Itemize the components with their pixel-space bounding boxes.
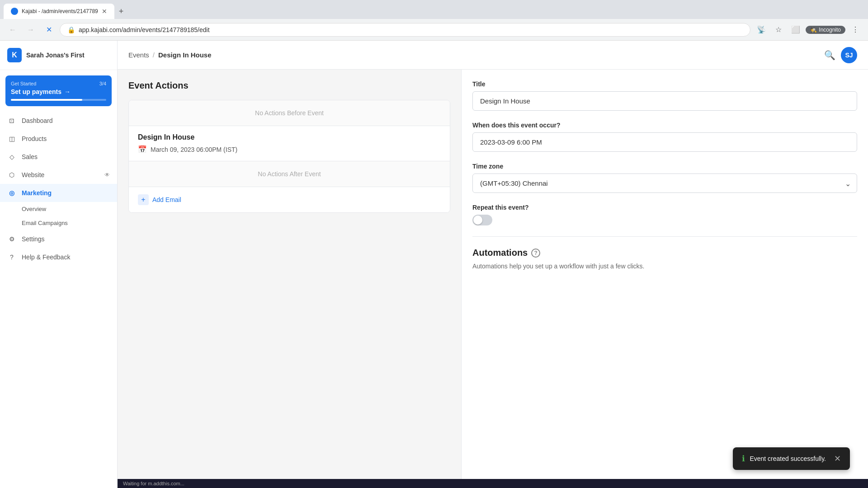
sidebar-item-settings[interactable]: ⚙ Settings (0, 230, 117, 248)
event-time: 📅 March 09, 2023 06:00PM (IST) (138, 145, 441, 154)
toast-info-icon: ℹ (742, 454, 745, 464)
sidebar-item-label: Help & Feedback (22, 253, 110, 261)
repeat-label: Repeat this event? (472, 204, 857, 211)
sidebar-icon[interactable]: ⬜ (788, 23, 803, 37)
main-header: Events / Design In House 🔍 SJ (118, 41, 868, 70)
breadcrumb-events-link[interactable]: Events (128, 51, 149, 59)
lock-icon: 🔒 (67, 26, 75, 33)
avatar-button[interactable]: SJ (841, 47, 857, 63)
event-row: Design In House 📅 March 09, 2023 06:00PM… (129, 126, 450, 161)
sidebar-item-email-campaigns[interactable]: Email Campaigns (0, 216, 117, 230)
toast-notification: ℹ Event created successfully. ✕ (733, 447, 850, 470)
no-actions-before: No Actions Before Event (129, 100, 450, 126)
toast-message: Event created successfully. (750, 455, 826, 462)
status-bar: Waiting for m.addthis.com... (118, 479, 868, 488)
get-started-action: Set up payments → (11, 88, 106, 95)
sidebar-item-marketing[interactable]: ◎ Marketing (0, 184, 117, 202)
sidebar-item-website[interactable]: ⬡ Website 👁 (0, 166, 117, 184)
products-icon: ◫ (7, 134, 16, 143)
browser-toolbar: ← → ✕ 🔒 app.kajabi.com/admin/events/2147… (0, 19, 868, 41)
timezone-select-wrapper: (GMT+05:30) Chennai (GMT+00:00) UTC (GMT… (472, 174, 857, 193)
active-tab[interactable]: Kajabi - /admin/events/2147789 ✕ (4, 4, 114, 19)
left-panel: Event Actions No Actions Before Event De… (118, 70, 461, 479)
panel-divider (472, 236, 857, 237)
event-name: Design In House (138, 133, 441, 141)
get-started-progress-bar (11, 99, 106, 101)
marketing-icon: ◎ (7, 188, 16, 197)
sidebar-item-sales[interactable]: ◇ Sales (0, 148, 117, 166)
sidebar-brand-name: Sarah Jonas's First (26, 52, 85, 59)
repeat-field-group: Repeat this event? (472, 204, 857, 225)
sidebar-item-overview[interactable]: Overview (0, 202, 117, 216)
timezone-select[interactable]: (GMT+05:30) Chennai (GMT+00:00) UTC (GMT… (472, 174, 857, 193)
cast-icon[interactable]: 📡 (754, 23, 769, 37)
sidebar-item-label: Website (22, 171, 99, 178)
content-area: Event Actions No Actions Before Event De… (118, 70, 868, 479)
sidebar-item-help[interactable]: ? Help & Feedback (0, 248, 117, 266)
settings-icon: ⚙ (7, 235, 16, 244)
sidebar-header: K Sarah Jonas's First (0, 41, 117, 70)
no-actions-after: No Actions After Event (129, 161, 450, 187)
app: K Sarah Jonas's First Get Started 3/4 Se… (0, 41, 868, 488)
main: Events / Design In House 🔍 SJ Event Acti… (118, 41, 868, 488)
event-date: March 09, 2023 06:00PM (IST) (151, 146, 237, 153)
sidebar-item-label: Products (22, 135, 110, 142)
address-bar[interactable]: 🔒 app.kajabi.com/admin/events/2147789185… (60, 23, 750, 37)
right-panel: Title When does this event occur? Time z… (461, 70, 868, 479)
get-started-progress-fill (11, 99, 82, 101)
sales-icon: ◇ (7, 152, 16, 161)
calendar-icon: 📅 (138, 145, 147, 154)
breadcrumb-separator: / (153, 51, 155, 59)
browser-chrome: Kajabi - /admin/events/2147789 ✕ + ← → ✕… (0, 0, 868, 41)
event-actions-box: No Actions Before Event Design In House … (128, 100, 450, 213)
bookmark-icon[interactable]: ☆ (771, 23, 786, 37)
timezone-label: Time zone (472, 163, 857, 170)
toast-close-button[interactable]: ✕ (834, 454, 841, 464)
incognito-label: Incognito (819, 27, 841, 33)
reload-button[interactable]: ✕ (42, 23, 56, 37)
website-icon: ⬡ (7, 170, 16, 179)
forward-button[interactable]: → (24, 23, 38, 37)
incognito-icon: 🕵 (810, 27, 817, 33)
add-email-icon: + (138, 194, 149, 205)
new-tab-button[interactable]: + (114, 4, 128, 19)
add-email-label: Add Email (152, 196, 181, 203)
title-input[interactable] (472, 91, 857, 111)
dashboard-icon: ⊡ (7, 116, 16, 125)
tab-close-button[interactable]: ✕ (102, 8, 107, 15)
toolbar-right: 📡 ☆ ⬜ 🕵 Incognito ⋮ (754, 23, 863, 37)
website-badge: 👁 (104, 172, 110, 178)
automations-title: Automations ? (472, 248, 857, 258)
breadcrumb-current: Design In House (158, 51, 212, 59)
repeat-toggle-wrapper (472, 215, 857, 225)
get-started-banner[interactable]: Get Started 3/4 Set up payments → (5, 75, 112, 106)
add-email-button[interactable]: + Add Email (129, 187, 450, 212)
search-button[interactable]: 🔍 (824, 50, 835, 61)
when-input[interactable] (472, 132, 857, 152)
sidebar-item-dashboard[interactable]: ⊡ Dashboard (0, 112, 117, 130)
tab-title: Kajabi - /admin/events/2147789 (22, 8, 98, 14)
sidebar-item-label: Marketing (22, 189, 110, 197)
tab-favicon (11, 8, 18, 15)
repeat-toggle[interactable] (472, 215, 492, 225)
timezone-field-group: Time zone (GMT+05:30) Chennai (GMT+00:00… (472, 163, 857, 193)
when-label: When does this event occur? (472, 122, 857, 129)
title-field-group: Title (472, 80, 857, 111)
sidebar-resize-handle[interactable] (115, 41, 117, 488)
help-circle-icon[interactable]: ? (531, 249, 540, 258)
incognito-badge: 🕵 Incognito (806, 26, 845, 34)
sidebar-item-label: Sales (22, 153, 110, 160)
get-started-label: Get Started 3/4 (11, 81, 106, 86)
more-button[interactable]: ⋮ (848, 23, 863, 37)
url-text: app.kajabi.com/admin/events/2147789185/e… (79, 26, 743, 33)
sidebar-item-products[interactable]: ◫ Products (0, 130, 117, 148)
sidebar: K Sarah Jonas's First Get Started 3/4 Se… (0, 41, 118, 488)
automations-section: Automations ? Automations help you set u… (472, 248, 857, 271)
sidebar-item-label: Settings (22, 235, 110, 243)
toggle-thumb (473, 216, 482, 225)
when-field-group: When does this event occur? (472, 122, 857, 152)
help-icon: ? (7, 253, 16, 262)
status-text: Waiting for m.addthis.com... (123, 481, 184, 486)
browser-tabs: Kajabi - /admin/events/2147789 ✕ + (0, 0, 868, 19)
back-button[interactable]: ← (5, 23, 20, 37)
